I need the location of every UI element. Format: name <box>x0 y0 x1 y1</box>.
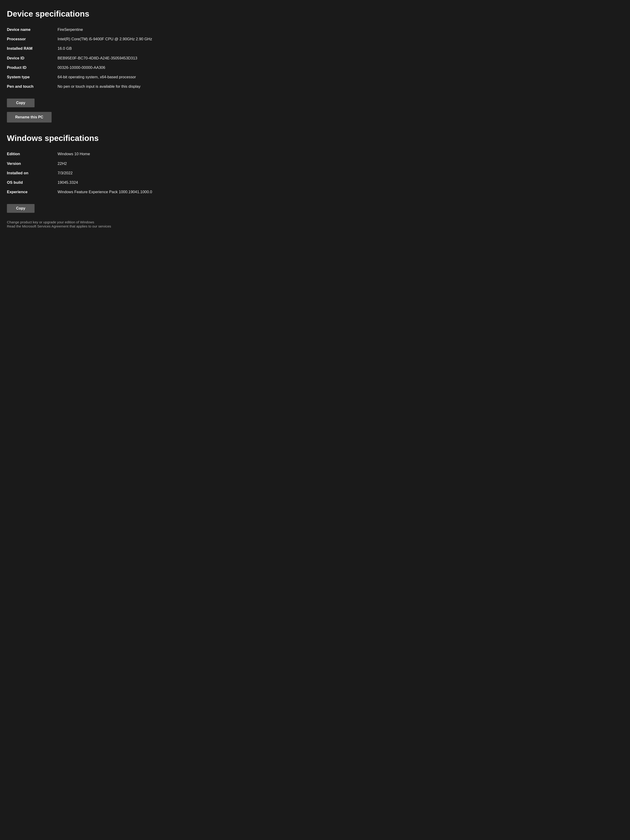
spec-label: Installed on <box>7 168 58 178</box>
table-row: Device ID BEB95E0F-BC70-4D8D-A24E-350594… <box>7 54 623 63</box>
table-row: OS build 19045.3324 <box>7 178 623 187</box>
spec-label: Experience <box>7 187 58 197</box>
spec-label: Installed RAM <box>7 44 58 53</box>
table-row: Installed RAM 16.0 GB <box>7 44 623 53</box>
spec-value: 16.0 GB <box>58 44 623 53</box>
spec-value: Windows 10 Home <box>58 149 623 159</box>
spec-value: 00326-10000-00000-AA306 <box>58 63 623 72</box>
table-row: System type 64-bit operating system, x64… <box>7 72 623 82</box>
spec-label: Version <box>7 159 58 168</box>
spec-label: System type <box>7 72 58 82</box>
table-row: Device name FireSerpentine <box>7 25 623 34</box>
spec-label: Processor <box>7 34 58 44</box>
table-row: Processor Intel(R) Core(TM) i5-9400F CPU… <box>7 34 623 44</box>
device-specifications-section: Device specifications Device name FireSe… <box>7 9 623 134</box>
spec-label: Edition <box>7 149 58 159</box>
device-copy-button[interactable]: Copy <box>7 99 35 107</box>
spec-label: Device ID <box>7 54 58 63</box>
list-item[interactable]: Read the Microsoft Services Agreement th… <box>7 224 111 228</box>
spec-value: Intel(R) Core(TM) i5-9400F CPU @ 2.90GHz… <box>58 34 623 44</box>
table-row: Pen and touch No pen or touch input is a… <box>7 82 623 91</box>
links-section: Change product key or upgrade your editi… <box>7 220 623 229</box>
spec-value: 19045.3324 <box>58 178 623 187</box>
spec-value: 22H2 <box>58 159 623 168</box>
spec-label: Pen and touch <box>7 82 58 91</box>
spec-value: 64-bit operating system, x64-based proce… <box>58 72 623 82</box>
spec-label: Product ID <box>7 63 58 72</box>
spec-value: 7/3/2022 <box>58 168 623 178</box>
windows-specifications-section: Windows specifications Edition Windows 1… <box>7 134 623 217</box>
table-row: Version 22H2 <box>7 159 623 168</box>
spec-value: Windows Feature Experience Pack 1000.190… <box>58 187 623 197</box>
rename-pc-button[interactable]: Rename this PC <box>7 112 52 123</box>
device-specifications-title: Device specifications <box>7 9 623 19</box>
spec-label: OS build <box>7 178 58 187</box>
list-item[interactable]: Change product key or upgrade your editi… <box>7 220 94 224</box>
windows-specifications-title: Windows specifications <box>7 134 623 143</box>
windows-copy-button[interactable]: Copy <box>7 204 35 213</box>
windows-spec-table: Edition Windows 10 Home Version 22H2 Ins… <box>7 149 623 197</box>
table-row: Edition Windows 10 Home <box>7 149 623 159</box>
table-row: Product ID 00326-10000-00000-AA306 <box>7 63 623 72</box>
spec-value: No pen or touch input is available for t… <box>58 82 623 91</box>
table-row: Experience Windows Feature Experience Pa… <box>7 187 623 197</box>
spec-value: BEB95E0F-BC70-4D8D-A24E-35059453D313 <box>58 54 623 63</box>
table-row: Installed on 7/3/2022 <box>7 168 623 178</box>
spec-value: FireSerpentine <box>58 25 623 34</box>
spec-label: Device name <box>7 25 58 34</box>
device-spec-table: Device name FireSerpentine Processor Int… <box>7 25 623 91</box>
